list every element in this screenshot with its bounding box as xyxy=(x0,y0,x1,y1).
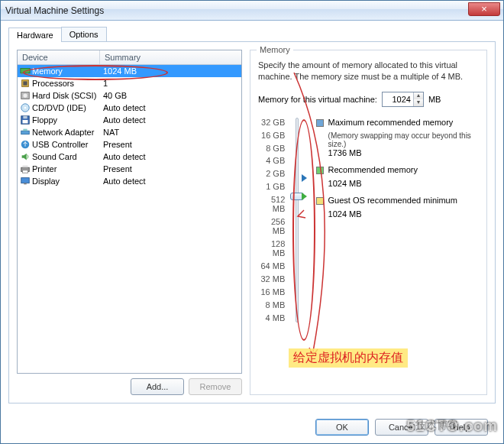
tick-label: 512 MB xyxy=(258,195,285,213)
group-label: Memory xyxy=(257,45,293,54)
device-summary: 1024 MB xyxy=(100,66,240,76)
device-name: Display xyxy=(31,177,100,186)
ok-button[interactable]: OK xyxy=(315,419,369,436)
device-list: Device Summary Memory1024 MBProcessors1H… xyxy=(17,50,242,374)
remove-button: Remove xyxy=(189,378,242,395)
display-icon xyxy=(19,176,31,186)
memory-label: Memory for this virtual machine: xyxy=(258,95,377,104)
memory-icon xyxy=(19,66,31,76)
max-marker-icon xyxy=(302,174,307,182)
tick-label: 128 MB xyxy=(258,239,285,258)
legend-min: Guest OS recommended minimum xyxy=(328,196,457,205)
settings-window: Virtual Machine Settings × Hardware Opti… xyxy=(0,0,504,444)
memory-spinner[interactable]: ▲ ▼ xyxy=(382,92,424,107)
tick-label: 256 MB xyxy=(258,217,285,235)
device-row[interactable]: USB ControllerPresent xyxy=(18,138,241,151)
printer-icon xyxy=(19,164,31,174)
svg-rect-2 xyxy=(24,73,25,75)
spinner-down-icon[interactable]: ▼ xyxy=(414,99,423,106)
device-name: Floppy xyxy=(31,115,100,125)
tick-label: 16 GB xyxy=(258,131,285,140)
min-swatch-icon xyxy=(316,197,324,205)
tab-options[interactable]: Options xyxy=(61,27,107,41)
device-name: Sound Card xyxy=(31,152,100,161)
svg-rect-19 xyxy=(21,178,30,183)
device-row[interactable]: Memory1024 MB xyxy=(18,65,241,77)
device-row[interactable]: Processors1 xyxy=(18,77,241,89)
spinner-up-icon[interactable]: ▲ xyxy=(414,92,423,99)
device-row[interactable]: PrinterPresent xyxy=(18,163,241,175)
rec-marker-icon xyxy=(302,193,307,200)
usb-icon xyxy=(19,139,31,150)
help-button[interactable]: Help xyxy=(435,419,488,436)
sound-icon xyxy=(19,151,31,162)
svg-rect-0 xyxy=(21,69,30,73)
close-icon[interactable]: × xyxy=(468,2,500,16)
tick-label: 8 GB xyxy=(258,144,285,153)
device-row[interactable]: Sound CardAuto detect xyxy=(18,151,241,163)
max-swatch-icon xyxy=(316,119,324,127)
svg-rect-11 xyxy=(23,116,27,119)
svg-point-7 xyxy=(23,93,27,97)
network-icon xyxy=(19,127,31,138)
device-name: USB Controller xyxy=(31,140,100,149)
cancel-button[interactable]: Cancel xyxy=(375,419,428,436)
svg-rect-12 xyxy=(23,120,28,123)
svg-rect-3 xyxy=(27,73,28,75)
cpu-icon xyxy=(19,78,31,89)
device-summary: Present xyxy=(100,140,240,149)
device-name: Processors xyxy=(31,79,100,88)
svg-rect-17 xyxy=(23,166,28,168)
tab-strip: Hardware Options xyxy=(8,27,496,42)
svg-rect-18 xyxy=(23,170,28,173)
tick-label: 8 MB xyxy=(258,300,285,310)
device-name: Printer xyxy=(31,164,100,173)
device-name: CD/DVD (IDE) xyxy=(31,103,100,112)
device-row[interactable]: FloppyAuto detect xyxy=(18,114,241,126)
memory-slider[interactable] xyxy=(288,118,305,322)
tick-label: 32 GB xyxy=(258,118,285,127)
device-row[interactable]: DisplayAuto detect xyxy=(18,175,241,187)
svg-rect-1 xyxy=(21,73,23,75)
memory-input[interactable] xyxy=(383,95,413,104)
tab-hardware[interactable]: Hardware xyxy=(8,28,62,42)
device-summary: Auto detect xyxy=(100,152,240,161)
device-name: Hard Disk (SCSI) xyxy=(31,91,100,100)
device-summary: Present xyxy=(100,164,240,173)
tick-label: 4 MB xyxy=(258,313,285,322)
device-summary: Auto detect xyxy=(100,115,240,125)
col-summary[interactable]: Summary xyxy=(100,50,241,64)
memory-description: Specify the amount of memory allocated t… xyxy=(258,60,479,83)
device-row[interactable]: Network AdapterNAT xyxy=(18,126,241,138)
legend-max-val: 1736 MB xyxy=(328,148,479,157)
legend-rec-val: 1024 MB xyxy=(328,179,479,188)
window-title: Virtual Machine Settings xyxy=(5,5,104,16)
tick-label: 16 MB xyxy=(258,287,285,297)
cd-icon xyxy=(19,102,31,113)
svg-rect-5 xyxy=(23,81,27,85)
device-summary: 40 GB xyxy=(100,91,240,100)
memory-panel: Memory Specify the amount of memory allo… xyxy=(250,50,487,395)
legend-min-val: 1024 MB xyxy=(328,209,479,219)
tick-label: 32 MB xyxy=(258,274,285,284)
device-row[interactable]: Hard Disk (SCSI)40 GB xyxy=(18,89,241,102)
device-summary: NAT xyxy=(100,128,240,137)
memory-unit: MB xyxy=(428,95,441,104)
legend-max-note: (Memory swapping may occur beyond this s… xyxy=(328,131,479,148)
svg-point-9 xyxy=(24,107,27,109)
device-summary: 1 xyxy=(100,79,240,88)
device-row[interactable]: CD/DVD (IDE)Auto detect xyxy=(18,102,241,114)
col-device[interactable]: Device xyxy=(18,50,100,64)
floppy-icon xyxy=(19,115,31,125)
slider-ticks: 32 GB16 GB8 GB4 GB2 GB1 GB512 MB256 MB12… xyxy=(258,118,288,322)
device-summary: Auto detect xyxy=(100,177,240,186)
tick-label: 1 GB xyxy=(258,182,285,191)
legend-rec: Recommended memory xyxy=(328,165,418,174)
device-name: Network Adapter xyxy=(31,128,100,137)
rec-swatch-icon xyxy=(316,167,324,174)
legend-max: Maximum recommended memory xyxy=(328,118,454,127)
tick-label: 2 GB xyxy=(258,169,285,178)
titlebar[interactable]: Virtual Machine Settings × xyxy=(1,1,503,21)
add-button[interactable]: Add... xyxy=(131,378,184,395)
hdd-icon xyxy=(19,90,31,101)
